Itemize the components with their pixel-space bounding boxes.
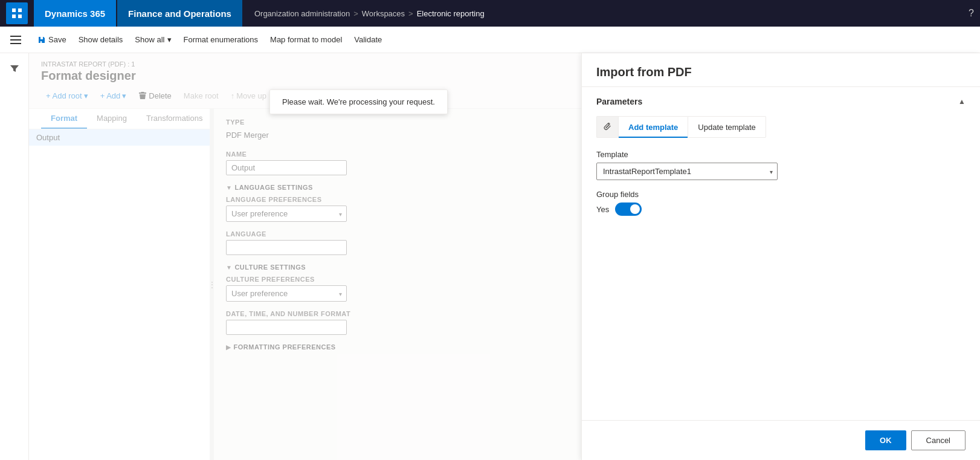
filter-icon[interactable]: [5, 59, 24, 79]
breadcrumb: Organization administration > Workspaces…: [254, 9, 485, 18]
group-fields-section: Group fields Yes: [596, 190, 965, 216]
svg-rect-3: [18, 15, 22, 18]
breadcrumb-sep2: >: [408, 9, 413, 18]
breadcrumb-item2[interactable]: Workspaces: [362, 9, 405, 18]
group-fields-toggle-row: Yes: [596, 202, 965, 216]
main-area: INTRASTAT REPORT (PDF) : 1 Format design…: [0, 53, 980, 460]
notification-bar: Please wait. We're processing your reque…: [269, 89, 448, 114]
left-sidebar: [0, 53, 29, 460]
hamburger-icon[interactable]: [6, 30, 25, 50]
right-panel-header: Import from PDF: [582, 53, 980, 87]
save-button[interactable]: Save: [33, 33, 71, 47]
template-select[interactable]: IntrastatReportTemplate1 IntrastatReport…: [596, 163, 778, 180]
show-all-chevron: ▾: [167, 35, 172, 44]
ok-button[interactable]: OK: [865, 430, 906, 450]
notification-message: Please wait. We're processing your reque…: [282, 97, 435, 106]
right-panel-title: Import from PDF: [596, 65, 692, 79]
template-btn-group: Add template Update template: [596, 116, 965, 138]
svg-rect-1: [18, 8, 22, 12]
dynamics365-label[interactable]: Dynamics 365: [34, 0, 116, 27]
second-toolbar: Save Show details Show all ▾ Format enum…: [0, 27, 980, 53]
finance-operations-label[interactable]: Finance and Operations: [117, 0, 242, 27]
parameters-section-header: Parameters ▲: [596, 97, 965, 106]
add-template-button[interactable]: Add template: [618, 116, 688, 138]
right-panel: Import from PDF Parameters ▲ Add templat…: [581, 53, 980, 460]
help-icon[interactable]: ?: [969, 8, 974, 19]
update-template-button[interactable]: Update template: [688, 116, 766, 138]
template-select-wrapper: IntrastatReportTemplate1 IntrastatReport…: [596, 163, 778, 180]
show-details-button[interactable]: Show details: [74, 33, 128, 47]
show-all-button[interactable]: Show all ▾: [130, 33, 176, 47]
template-field-row: Template IntrastatReportTemplate1 Intras…: [596, 150, 965, 180]
right-panel-footer: OK Cancel: [582, 420, 980, 460]
nav-right: ?: [969, 8, 974, 19]
parameters-label: Parameters: [596, 97, 642, 106]
right-panel-body: Parameters ▲ Add template Update templat…: [582, 87, 980, 420]
group-fields-toggle[interactable]: [615, 202, 642, 216]
format-enumerations-button[interactable]: Format enumerations: [179, 33, 263, 47]
app-grid-icon[interactable]: [6, 2, 28, 24]
attach-icon-button[interactable]: [596, 116, 618, 138]
content-panel: INTRASTAT REPORT (PDF) : 1 Format design…: [29, 53, 581, 460]
map-format-button[interactable]: Map format to model: [265, 33, 347, 47]
svg-rect-0: [12, 8, 16, 12]
validate-button[interactable]: Validate: [349, 33, 387, 47]
breadcrumb-sep1: >: [353, 9, 358, 18]
parameters-collapse-icon[interactable]: ▲: [958, 97, 965, 106]
group-yes-label: Yes: [596, 205, 609, 214]
breadcrumb-item1[interactable]: Organization administration: [254, 9, 350, 18]
template-field-label: Template: [596, 150, 965, 159]
breadcrumb-item3[interactable]: Electronic reporting: [417, 9, 485, 18]
group-fields-label: Group fields: [596, 190, 965, 199]
top-nav: Dynamics 365 Finance and Operations Orga…: [0, 0, 980, 27]
cancel-button[interactable]: Cancel: [911, 430, 965, 450]
svg-rect-2: [12, 15, 16, 18]
